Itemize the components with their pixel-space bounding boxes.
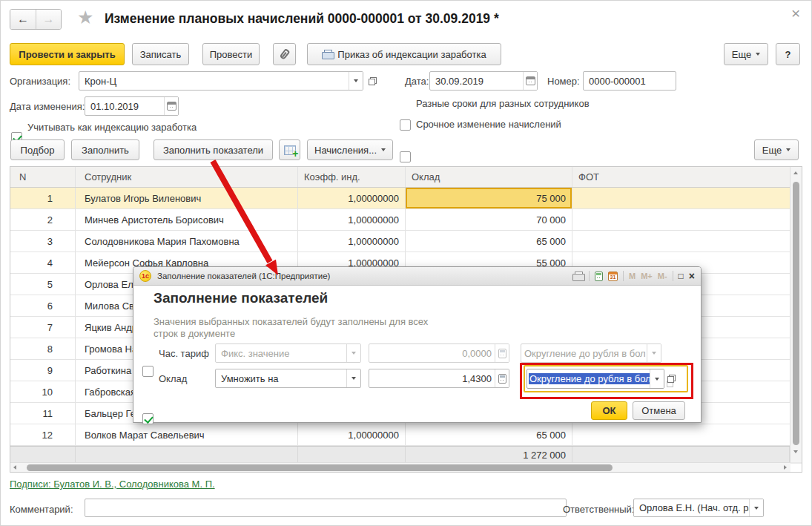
cell-n[interactable]: 8 — [10, 338, 76, 359]
more-button-table[interactable]: Еще — [754, 139, 799, 160]
vertical-scroll-thumb[interactable] — [793, 182, 799, 445]
different-terms-checkbox[interactable] — [400, 119, 411, 131]
cell-coef[interactable]: 1,00000000 — [298, 188, 406, 208]
salary-method-select[interactable]: Умножить на — [215, 369, 361, 388]
ok-button[interactable]: ОК — [591, 401, 627, 420]
back-button[interactable]: ← — [10, 10, 36, 29]
salary-label[interactable]: Оклад — [159, 373, 187, 384]
memory-plus-button[interactable]: M+ — [641, 272, 653, 280]
cell-fot[interactable] — [572, 231, 790, 252]
scroll-right-icon[interactable] — [784, 465, 787, 470]
favorite-star-icon[interactable]: ★ — [77, 8, 93, 27]
date-input[interactable]: 30.09.2019 — [429, 71, 538, 91]
calculator-icon[interactable] — [595, 272, 603, 281]
scroll-left-icon[interactable] — [13, 465, 16, 470]
cell-salary[interactable]: 65 000 — [406, 424, 572, 445]
salary-checkbox[interactable] — [142, 413, 154, 424]
col-header-n[interactable]: N — [10, 167, 76, 187]
urgent-change-checkbox[interactable] — [400, 151, 411, 162]
number-input[interactable]: 0000-000001 — [583, 71, 676, 91]
col-header-employee[interactable]: Сотрудник — [76, 167, 298, 187]
cell-fot[interactable] — [572, 188, 790, 208]
cell-fot[interactable] — [572, 209, 790, 230]
add-column-button[interactable] — [279, 139, 300, 160]
maximize-icon[interactable]: □ — [679, 271, 684, 281]
forward-button[interactable]: → — [36, 10, 61, 29]
salary-value-input[interactable]: 1,4300 — [369, 369, 509, 388]
salary-rounding-select[interactable]: Округление до рубля в бол — [527, 369, 664, 389]
fill-indicators-button[interactable]: Заполнить показатели — [154, 139, 273, 160]
scroll-down-icon[interactable] — [793, 450, 798, 453]
pick-button[interactable]: Подбор — [10, 139, 65, 160]
memory-minus-button[interactable]: M- — [658, 272, 667, 280]
organization-open-icon[interactable] — [369, 77, 377, 85]
col-header-salary[interactable]: Оклад — [406, 167, 572, 187]
responsible-input[interactable]: Орлова Е.Н. (Нач. отд. ра — [633, 499, 764, 517]
urgent-change-label[interactable]: Срочное изменение начислений — [416, 119, 561, 130]
cell-coef[interactable]: 1,00000000 — [298, 424, 406, 445]
cell-n[interactable]: 5 — [10, 274, 76, 295]
date-calendar-icon[interactable] — [523, 72, 537, 90]
print-order-button[interactable]: Приказ об индексации заработка — [307, 43, 501, 65]
cell-employee[interactable]: Волков Марат Савельевич — [76, 424, 298, 445]
cell-n[interactable]: 6 — [10, 295, 76, 316]
cell-n[interactable]: 9 — [10, 360, 76, 381]
cell-employee[interactable]: Солодовникова Мария Пахомовна — [76, 231, 298, 252]
cell-n[interactable]: 3 — [10, 231, 76, 252]
indexation-checkbox-label[interactable]: Учитывать как индексацию заработка — [27, 122, 197, 133]
different-terms-label[interactable]: Разные сроки для разных сотрудников — [416, 98, 590, 109]
cell-salary[interactable]: 75 000 — [406, 188, 572, 208]
cell-employee[interactable]: Минчев Аристотель Борисович — [76, 209, 298, 230]
cell-n[interactable]: 7 — [10, 317, 76, 338]
cell-n[interactable]: 2 — [10, 209, 76, 230]
table-row[interactable]: 2 Минчев Аристотель Борисович 1,00000000… — [10, 209, 802, 231]
hour-rate-label[interactable]: Час. тариф — [159, 348, 209, 359]
post-button[interactable]: Провести — [202, 43, 260, 65]
change-date-input[interactable]: 01.10.2019 — [85, 96, 179, 116]
salary-calculator-icon[interactable] — [495, 369, 509, 387]
cell-n[interactable]: 10 — [10, 381, 76, 402]
responsible-dropdown-arrow-icon[interactable] — [749, 499, 763, 516]
horizontal-scroll-thumb[interactable] — [27, 464, 613, 471]
col-header-coef[interactable]: Коэфф. инд. — [298, 167, 406, 187]
attachments-button[interactable] — [273, 43, 296, 65]
salary-rounding-arrow-icon[interactable] — [650, 369, 664, 388]
salary-method-arrow-icon[interactable] — [346, 369, 360, 387]
print-icon[interactable] — [572, 272, 584, 281]
cell-employee[interactable]: Булатов Игорь Виленович — [76, 188, 298, 208]
salary-rounding-open-icon[interactable] — [667, 375, 676, 383]
cell-fot[interactable] — [572, 424, 790, 445]
cancel-button[interactable]: Отмена — [633, 401, 685, 420]
table-row[interactable]: 3 Солодовникова Мария Пахомовна 1,000000… — [10, 231, 802, 252]
col-header-fot[interactable]: ФОТ — [572, 167, 790, 187]
cell-n[interactable]: 12 — [10, 424, 76, 445]
organization-input[interactable]: Крон-Ц — [79, 71, 363, 91]
post-and-close-button[interactable]: Провести и закрыть — [10, 43, 125, 65]
cell-n[interactable]: 4 — [10, 252, 76, 273]
close-icon[interactable]: × — [791, 5, 800, 21]
memory-recall-button[interactable]: M — [629, 272, 636, 280]
change-date-calendar-icon[interactable] — [164, 97, 178, 115]
table-row[interactable]: 12 Волков Марат Савельевич 1,00000000 65… — [10, 424, 802, 446]
table-row[interactable]: 1 Булатов Игорь Виленович 1,00000000 75 … — [10, 188, 802, 209]
organization-dropdown-arrow-icon[interactable] — [349, 72, 363, 90]
cell-n[interactable]: 1 — [10, 188, 76, 208]
comment-input[interactable] — [85, 499, 567, 517]
calendar-icon[interactable]: 31 — [608, 272, 618, 281]
save-button[interactable]: Записать — [132, 43, 189, 65]
cell-salary[interactable]: 70 000 — [406, 209, 572, 230]
horizontal-scrollbar[interactable] — [10, 462, 790, 472]
help-button[interactable]: ? — [776, 43, 800, 65]
accruals-button[interactable]: Начисления... — [307, 139, 393, 160]
scroll-up-icon[interactable] — [793, 171, 798, 174]
cell-salary[interactable]: 65 000 — [406, 231, 572, 252]
hour-rate-checkbox[interactable] — [142, 366, 154, 377]
dialog-titlebar[interactable]: 1с Заполнение показателей (1С:Предприяти… — [133, 267, 701, 286]
cell-coef[interactable]: 1,00000000 — [298, 231, 406, 252]
signatures-link[interactable]: Подписи: Булатов И. В., Солодовникова М.… — [10, 479, 215, 490]
cell-n[interactable]: 11 — [10, 403, 76, 424]
fill-button[interactable]: Заполнить — [71, 139, 139, 160]
dialog-close-icon[interactable]: × — [689, 271, 695, 281]
more-button-top[interactable]: Еще — [724, 43, 768, 65]
cell-coef[interactable]: 1,00000000 — [298, 209, 406, 230]
